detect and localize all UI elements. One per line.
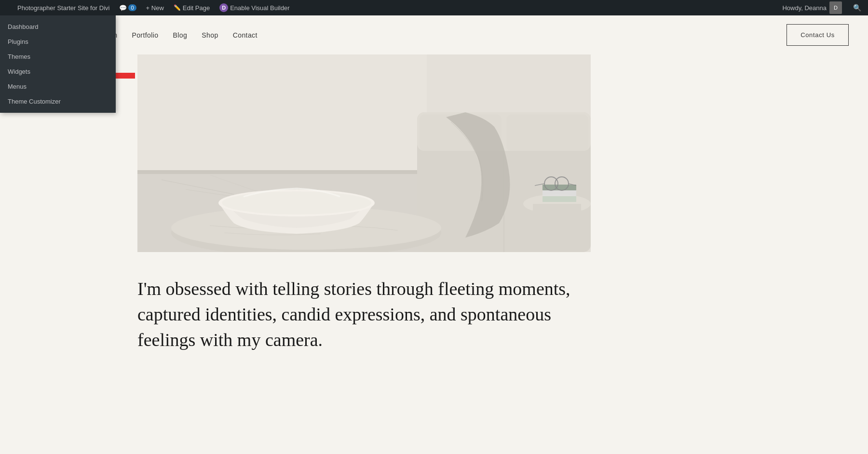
- site-name[interactable]: Photographer Starter Site for Divi: [13, 0, 114, 15]
- svg-point-26: [222, 191, 371, 214]
- comment-count: 0: [128, 4, 136, 11]
- new-label: + New: [146, 4, 164, 12]
- enable-visual-builder-item[interactable]: D Enable Visual Builder: [215, 0, 294, 15]
- comment-icon: 💬: [119, 4, 127, 12]
- hero-image-area: [137, 54, 849, 252]
- edit-icon: ✏️: [174, 4, 181, 11]
- dropdown-item-plugins[interactable]: Plugins: [0, 34, 116, 49]
- divi-icon: D: [219, 3, 228, 12]
- hero-svg-scene: [137, 54, 591, 252]
- howdy-label: Howdy, Deanna: [782, 4, 827, 12]
- nav-shop[interactable]: Shop: [202, 31, 218, 39]
- dropdown-item-dashboard[interactable]: Dashboard: [0, 19, 116, 34]
- user-avatar: D: [829, 1, 842, 14]
- site-header: Home About Collection Portfolio Blog Sho…: [0, 15, 868, 54]
- contact-us-button[interactable]: Contact Us: [787, 24, 849, 46]
- nav-contact[interactable]: Contact: [233, 31, 258, 39]
- svg-rect-16: [533, 204, 581, 252]
- svg-rect-14: [506, 115, 588, 151]
- wp-logo[interactable]: W: [3, 3, 13, 13]
- edit-page-item[interactable]: ✏️ Edit Page: [169, 0, 215, 15]
- enable-visual-builder-label: Enable Visual Builder: [230, 4, 289, 12]
- dropdown-item-widgets[interactable]: Widgets: [0, 64, 116, 79]
- dropdown-item-menus[interactable]: Menus: [0, 79, 116, 94]
- quote-text: I'm obsessed with telling stories throug…: [137, 276, 571, 353]
- nav-blog[interactable]: Blog: [173, 31, 188, 39]
- svg-rect-19: [542, 196, 576, 202]
- dropdown-item-themes[interactable]: Themes: [0, 49, 116, 64]
- dropdown-item-theme-customizer[interactable]: Theme Customizer: [0, 94, 116, 109]
- comments-item[interactable]: 💬 0: [114, 0, 141, 15]
- edit-page-label: Edit Page: [183, 4, 210, 12]
- hero-image: [137, 54, 591, 252]
- quote-section: I'm obsessed with telling stories throug…: [0, 252, 868, 377]
- new-item[interactable]: + New: [141, 0, 169, 15]
- svg-rect-6: [137, 170, 427, 174]
- nav-portfolio[interactable]: Portfolio: [132, 31, 158, 39]
- svg-rect-18: [542, 190, 576, 196]
- howdy-item[interactable]: Howdy, Deanna D: [777, 1, 847, 14]
- search-icon[interactable]: 🔍: [849, 4, 865, 12]
- admin-bar: W Photographer Starter Site for Divi 💬 0…: [0, 0, 868, 15]
- admin-dropdown-menu: Dashboard Plugins Themes Widgets Menus T…: [0, 15, 116, 113]
